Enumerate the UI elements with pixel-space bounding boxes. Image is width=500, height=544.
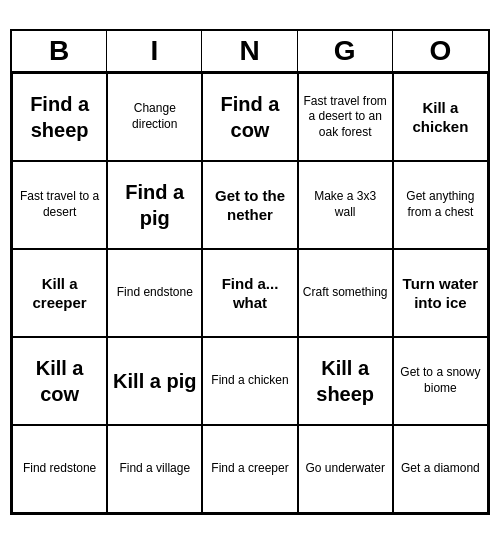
bingo-cell: Get a diamond [393, 425, 488, 513]
cell-text: Make a 3x3 wall [303, 189, 388, 220]
bingo-grid: Find a sheepChange directionFind a cowFa… [12, 73, 488, 513]
cell-text: Find a village [119, 461, 190, 477]
bingo-cell: Craft something [298, 249, 393, 337]
bingo-cell: Go underwater [298, 425, 393, 513]
cell-text: Get to the nether [207, 186, 292, 225]
cell-text: Get a diamond [401, 461, 480, 477]
bingo-cell: Kill a pig [107, 337, 202, 425]
cell-text: Kill a sheep [303, 355, 388, 407]
cell-text: Kill a pig [113, 368, 196, 394]
bingo-cell: Find a chicken [202, 337, 297, 425]
bingo-cell: Get to the nether [202, 161, 297, 249]
bingo-cell: Find redstone [12, 425, 107, 513]
cell-text: Find endstone [117, 285, 193, 301]
header-letter: I [107, 31, 202, 71]
bingo-cell: Find a... what [202, 249, 297, 337]
bingo-cell: Find a village [107, 425, 202, 513]
cell-text: Craft something [303, 285, 388, 301]
bingo-cell: Kill a cow [12, 337, 107, 425]
bingo-cell: Find a cow [202, 73, 297, 161]
bingo-cell: Fast travel to a desert [12, 161, 107, 249]
cell-text: Find a creeper [211, 461, 288, 477]
bingo-cell: Find a sheep [12, 73, 107, 161]
cell-text: Find a cow [207, 91, 292, 143]
bingo-cell: Find endstone [107, 249, 202, 337]
cell-text: Kill a cow [17, 355, 102, 407]
cell-text: Kill a chicken [398, 98, 483, 137]
cell-text: Find a... what [207, 274, 292, 313]
cell-text: Kill a creeper [17, 274, 102, 313]
header-letter: O [393, 31, 488, 71]
cell-text: Change direction [112, 101, 197, 132]
bingo-cell: Find a creeper [202, 425, 297, 513]
bingo-card: BINGO Find a sheepChange directionFind a… [10, 29, 490, 515]
cell-text: Go underwater [306, 461, 385, 477]
bingo-cell: Turn water into ice [393, 249, 488, 337]
bingo-cell: Get anything from a chest [393, 161, 488, 249]
cell-text: Turn water into ice [398, 274, 483, 313]
cell-text: Find a chicken [211, 373, 288, 389]
bingo-header: BINGO [12, 31, 488, 73]
header-letter: B [12, 31, 107, 71]
cell-text: Fast travel to a desert [17, 189, 102, 220]
cell-text: Find redstone [23, 461, 96, 477]
cell-text: Fast travel from a desert to an oak fore… [303, 94, 388, 141]
cell-text: Find a pig [112, 179, 197, 231]
bingo-cell: Kill a chicken [393, 73, 488, 161]
bingo-cell: Kill a sheep [298, 337, 393, 425]
bingo-cell: Fast travel from a desert to an oak fore… [298, 73, 393, 161]
bingo-cell: Change direction [107, 73, 202, 161]
bingo-cell: Get to a snowy biome [393, 337, 488, 425]
cell-text: Get anything from a chest [398, 189, 483, 220]
header-letter: N [202, 31, 297, 71]
bingo-cell: Find a pig [107, 161, 202, 249]
bingo-cell: Kill a creeper [12, 249, 107, 337]
header-letter: G [298, 31, 393, 71]
bingo-cell: Make a 3x3 wall [298, 161, 393, 249]
cell-text: Find a sheep [17, 91, 102, 143]
cell-text: Get to a snowy biome [398, 365, 483, 396]
